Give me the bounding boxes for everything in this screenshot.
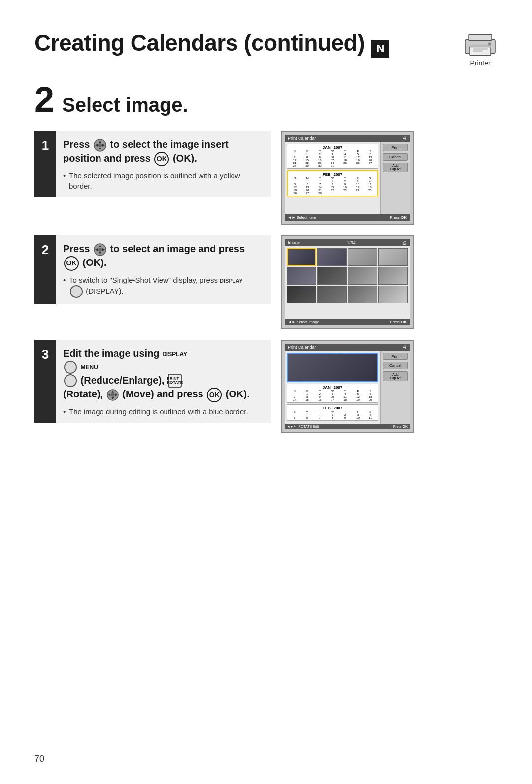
- page: Creating Calendars (continued) N Printer…: [0, 0, 532, 784]
- svg-rect-5: [473, 49, 488, 50]
- screen3-mockup: Print Calendar 🖨 JAN 2007 SMTWTFS: [281, 340, 414, 433]
- screen1-inner: Print Calendar 🖨 JAN 2007 SMTWTFS 123456: [285, 135, 410, 221]
- screen3-cal-area: JAN 2007 SMTWTFS 123456 78910111213 1415…: [285, 351, 380, 425]
- step1-row: 1 Press to select: [34, 131, 498, 225]
- thumb-4: [378, 248, 408, 266]
- screen1-topbar: Print Calendar 🖨: [285, 135, 410, 142]
- screen3-jan-grid: SMTWTFS 123456 78910111213 1415161718192…: [288, 390, 377, 401]
- ok-circle-2: OK: [64, 256, 79, 271]
- feb-calendar: FEB 2007 SMTWTFS 1234 567891011 12131415…: [287, 170, 378, 196]
- display-label-inline: DISPLAY: [220, 278, 243, 284]
- print-btn-screen3: Print: [383, 353, 408, 360]
- svg-point-18: [98, 248, 102, 252]
- screen2-inner: Image 1/34 🖨: [285, 239, 410, 325]
- jan-calendar: JAN 2007 SMTWTFS 123456 78910111213 1415…: [287, 144, 378, 169]
- screen1-mockup: Print Calendar 🖨 JAN 2007 SMTWTFS 123456: [281, 131, 414, 225]
- thumb-10: [317, 286, 347, 303]
- addclipart-btn-screen1: AddClip Art: [383, 163, 408, 172]
- step1-note: The selected image position is outlined …: [63, 170, 263, 191]
- screen1-cal-area: JAN 2007 SMTWTFS 123456 78910111213 1415…: [285, 142, 380, 217]
- screen3-jan: JAN 2007 SMTWTFS 123456 78910111213 1415…: [287, 384, 378, 403]
- display-circle-2: [70, 285, 83, 298]
- step2-main: Press Press to select an image and press…: [63, 242, 263, 271]
- svg-point-24: [111, 393, 114, 397]
- svg-rect-1: [469, 35, 492, 41]
- screen1-body: JAN 2007 SMTWTFS 123456 78910111213 1415…: [285, 142, 410, 217]
- step2-content: Press Press to select an image and press…: [56, 235, 271, 304]
- step1-content: Press to select the image insert positio…: [56, 131, 271, 197]
- display-circle-3: [64, 361, 77, 374]
- svg-rect-6: [473, 51, 483, 52]
- screen3-hint-left: ◄►+– ROTATE Edit: [287, 425, 319, 428]
- cancel-btn-screen3: Cancel: [383, 362, 408, 369]
- menu-label-step3: MENU: [81, 364, 98, 371]
- screen3-title: Print Calendar: [288, 345, 316, 350]
- print-btn-screen1: Print: [383, 144, 408, 151]
- screen1-title: Print Calendar: [288, 136, 316, 141]
- screen2-counter: 1/34: [347, 240, 356, 245]
- thumb-2: [317, 248, 347, 266]
- ok-circle-1: OK: [154, 152, 169, 166]
- screen2-bottom: ◄► Select image Press OK: [285, 319, 410, 325]
- step2-num: 2: [42, 242, 49, 258]
- screen2-hint-left: ◄► Select image: [288, 320, 319, 324]
- step2-title: Select image.: [62, 94, 188, 116]
- screen2-hint-right: Press OK: [390, 320, 407, 324]
- display-label-step3: DISPLAY: [162, 351, 187, 357]
- thumb-5: [287, 267, 316, 285]
- step1-instruction-block: 1 Press to select: [34, 131, 271, 197]
- step2-instruction-block: 2 Press Press to select an ima: [34, 235, 271, 304]
- screen3-hint-right: Press OK: [393, 425, 408, 428]
- thumb-8: [378, 267, 408, 285]
- thumb-11: [348, 286, 377, 303]
- page-title: Creating Calendars (continued): [34, 30, 365, 56]
- screen3-sidebar: Print Cancel AddClip Art: [380, 351, 410, 425]
- svg-rect-3: [470, 45, 491, 48]
- title-area: Creating Calendars (continued) N: [34, 30, 389, 58]
- step2-row: 2 Press Press to select an ima: [34, 235, 498, 329]
- svg-point-12: [98, 143, 102, 147]
- print-rotate-btn: PRINTROTATE: [168, 374, 182, 388]
- screen3-inner: Print Calendar 🖨 JAN 2007 SMTWTFS: [285, 344, 410, 429]
- screen3-body: JAN 2007 SMTWTFS 123456 78910111213 1415…: [285, 351, 410, 425]
- screen2-mockup: Image 1/34 🖨: [281, 235, 414, 329]
- step2-note: To switch to "Single-Shot View" display,…: [63, 275, 263, 298]
- ok-circle-3: OK: [207, 388, 222, 402]
- printer-icon: [463, 30, 498, 59]
- screen2-topbar: Image 1/34 🖨: [285, 239, 410, 246]
- nav-button-2: [94, 243, 106, 256]
- step2-sidebar: 2: [34, 235, 56, 304]
- screen3-icon: 🖨: [402, 345, 407, 350]
- step1-number: 1: [42, 138, 49, 153]
- screen1-bottom: ◄► Select item Press OK: [285, 214, 410, 221]
- screen1-sidebar: Print Cancel AddClip Art: [380, 142, 410, 217]
- screen1-icon: 🖨: [402, 136, 407, 141]
- screen1-hint-left: ◄► Select item: [288, 215, 316, 220]
- screen3-feb-grid: SMTWTFS 1234 567891011: [288, 410, 377, 419]
- header: Creating Calendars (continued) N Printer: [34, 30, 498, 67]
- screen2-title: Image: [288, 240, 300, 245]
- step1-main: Press to select the image insert positio…: [63, 138, 263, 166]
- step1-sidebar: 1: [34, 131, 56, 197]
- page-number: 70: [34, 754, 44, 764]
- svg-point-4: [488, 43, 491, 46]
- step3-row: 3 Edit the image using DISPLAY MENU (Red…: [34, 340, 498, 433]
- screen3-image: [287, 353, 378, 382]
- step3-content: Edit the image using DISPLAY MENU (Reduc…: [56, 340, 271, 423]
- screen1-hint-right: Press OK: [390, 215, 407, 220]
- step3-note: The image during editing is outlined wit…: [63, 406, 263, 417]
- printer-label: Printer: [470, 59, 490, 67]
- step2-number: 2: [34, 82, 54, 117]
- n-badge: N: [371, 40, 389, 58]
- screen3-bottom: ◄►+– ROTATE Edit Press OK: [285, 424, 410, 429]
- thumb-3: [348, 248, 377, 266]
- steps-container: 1 Press to select: [34, 131, 498, 433]
- screen3-feb: FEB 2007 SMTWTFS 1234 567891011: [287, 404, 378, 421]
- image-grid: [285, 246, 410, 305]
- step3-main: Edit the image using DISPLAY MENU (Reduc…: [63, 347, 263, 402]
- screen3-topbar: Print Calendar 🖨: [285, 344, 410, 351]
- thumb-7: [348, 267, 377, 285]
- step2-heading: 2 Select image.: [34, 82, 498, 117]
- thumb-1: [287, 248, 316, 266]
- cancel-btn-screen1: Cancel: [383, 153, 408, 161]
